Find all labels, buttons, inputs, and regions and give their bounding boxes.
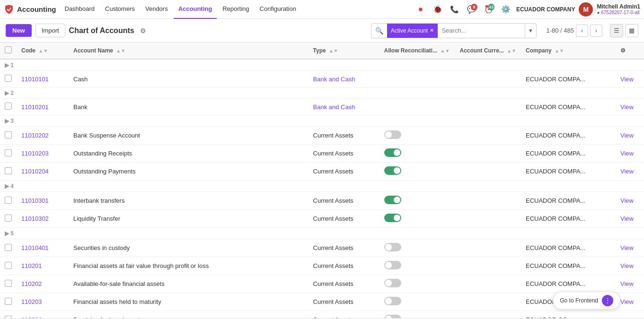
nav-accounting[interactable]: Accounting	[174, 0, 217, 19]
row-checkbox[interactable]	[5, 280, 12, 287]
type-link[interactable]: Bank and Cash	[313, 76, 355, 83]
row-checkbox[interactable]	[5, 103, 12, 110]
goto-frontend-dots[interactable]: ⋮	[602, 295, 613, 306]
reconcile-toggle[interactable]	[384, 196, 401, 204]
group-expand[interactable]: ▶ 4	[0, 181, 644, 192]
row-action[interactable]: View	[616, 192, 644, 210]
header-reconcile[interactable]: Allow Reconciliati... ▲▼	[379, 43, 455, 59]
nav-reporting[interactable]: Reporting	[218, 0, 254, 19]
view-link[interactable]: View	[620, 76, 634, 83]
view-link[interactable]: View	[620, 298, 634, 305]
reconcile-toggle[interactable]	[384, 130, 401, 139]
row-checkbox[interactable]	[5, 262, 12, 269]
reconcile-toggle[interactable]	[384, 261, 401, 269]
notification-icon[interactable]: 🐞	[431, 3, 444, 16]
view-link[interactable]: View	[620, 103, 634, 111]
row-checkbox[interactable]	[5, 75, 12, 82]
header-account-name[interactable]: Account Name ▲▼	[69, 43, 309, 59]
header-company[interactable]: Company ▲▼	[521, 43, 616, 59]
prev-page-button[interactable]: ‹	[576, 25, 588, 37]
row-action[interactable]: View	[616, 163, 644, 181]
new-button[interactable]: New	[6, 24, 32, 37]
row-type[interactable]: Current Assets	[309, 163, 379, 181]
row-type[interactable]: Current Assets	[309, 127, 379, 145]
row-checkbox[interactable]	[5, 149, 12, 156]
reconcile-toggle[interactable]	[384, 243, 401, 251]
row-action[interactable]: View	[616, 239, 644, 257]
header-currency[interactable]: Account Curre... ▲▼	[455, 43, 521, 59]
group-expand[interactable]: ▶ 1	[0, 59, 644, 71]
row-type[interactable]: Bank and Cash	[309, 71, 379, 87]
row-checkbox[interactable]	[5, 131, 12, 138]
row-type[interactable]: Current Assets	[309, 257, 379, 275]
app-logo[interactable]: Accounting	[4, 4, 56, 15]
view-link[interactable]: View	[620, 262, 634, 269]
row-checkbox[interactable]	[5, 197, 12, 204]
header-select-all[interactable]	[0, 43, 17, 59]
row-type[interactable]: Current Assets	[309, 275, 379, 293]
row-checkbox[interactable]	[5, 167, 12, 174]
group-expand[interactable]: ▶ 2	[0, 87, 644, 99]
row-checkbox[interactable]	[5, 316, 12, 319]
search-dropdown-icon[interactable]: ▾	[525, 23, 536, 38]
reconcile-toggle[interactable]	[384, 148, 401, 157]
view-link[interactable]: View	[620, 132, 634, 139]
nav-vendors[interactable]: Vendors	[141, 0, 173, 19]
type-link[interactable]: Bank and Cash	[313, 103, 355, 111]
row-action[interactable]: View	[616, 127, 644, 145]
view-link[interactable]: View	[620, 244, 634, 251]
reconcile-toggle[interactable]	[384, 315, 401, 318]
view-link[interactable]: View	[620, 215, 634, 222]
settings-icon[interactable]: ⚙️	[499, 3, 512, 16]
list-view-button[interactable]: ☰	[610, 24, 623, 37]
row-type[interactable]: Current Assets	[309, 311, 379, 319]
row-type[interactable]: Current Assets	[309, 239, 379, 257]
row-reconcile	[379, 192, 455, 210]
row-action[interactable]: View	[616, 99, 644, 115]
activity-icon[interactable]: ⏰ 43	[482, 3, 495, 16]
active-account-filter[interactable]: Active Account ✕	[387, 23, 438, 38]
group-expand[interactable]: ▶ 5	[0, 228, 644, 239]
reconcile-toggle[interactable]	[384, 297, 401, 305]
goto-frontend-bar[interactable]: Go to Frontend ⋮	[553, 292, 620, 310]
view-link[interactable]: View	[620, 197, 634, 204]
nav-configuration[interactable]: Configuration	[255, 0, 301, 19]
reconcile-toggle[interactable]	[384, 166, 401, 175]
header-settings[interactable]: ⚙	[616, 43, 644, 59]
row-type[interactable]: Current Assets	[309, 210, 379, 228]
chart-settings-icon[interactable]: ⚙	[140, 27, 146, 34]
row-action[interactable]	[616, 311, 644, 319]
select-all-checkbox[interactable]	[5, 46, 12, 53]
row-action[interactable]: View	[616, 210, 644, 228]
row-type[interactable]: Bank and Cash	[309, 99, 379, 115]
nav-dashboard[interactable]: Dashboard	[60, 0, 100, 19]
row-checkbox[interactable]	[5, 244, 12, 251]
next-page-button[interactable]: ›	[590, 25, 602, 37]
row-type[interactable]: Current Assets	[309, 192, 379, 210]
row-checkbox[interactable]	[5, 298, 12, 305]
row-type[interactable]: Current Assets	[309, 293, 379, 311]
phone-icon[interactable]: 📞	[448, 3, 461, 16]
reconcile-toggle[interactable]	[384, 214, 401, 222]
header-code[interactable]: Code ▲▼	[17, 43, 69, 59]
header-type[interactable]: Type ▲▼	[309, 43, 379, 59]
nav-customers[interactable]: Customers	[100, 0, 140, 19]
row-action[interactable]: View	[616, 71, 644, 87]
messages-icon[interactable]: 💬 8	[465, 3, 478, 16]
filter-close-icon[interactable]: ✕	[430, 27, 434, 34]
view-link[interactable]: View	[620, 280, 634, 287]
row-action[interactable]: View	[616, 275, 644, 293]
view-link[interactable]: View	[620, 168, 634, 175]
row-type[interactable]: Current Assets	[309, 145, 379, 163]
group-expand[interactable]: ▶ 3	[0, 115, 644, 127]
import-button[interactable]: Import	[35, 24, 65, 37]
search-input[interactable]	[438, 23, 525, 38]
row-checkbox[interactable]	[5, 215, 12, 222]
reconcile-toggle[interactable]	[384, 279, 401, 287]
row-action[interactable]: View	[616, 145, 644, 163]
user-avatar[interactable]: M	[579, 2, 593, 17]
status-red-icon[interactable]: ●	[414, 3, 427, 16]
row-action[interactable]: View	[616, 257, 644, 275]
kanban-view-button[interactable]: ▦	[625, 24, 638, 37]
view-link[interactable]: View	[620, 150, 634, 157]
